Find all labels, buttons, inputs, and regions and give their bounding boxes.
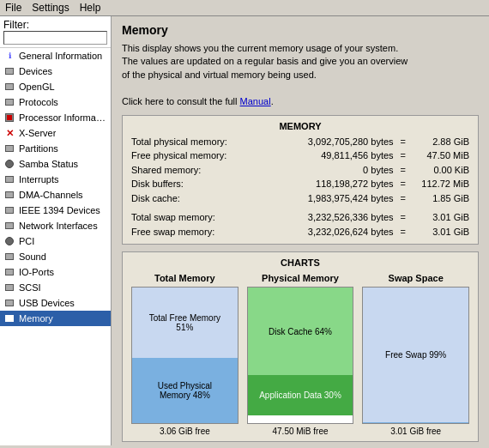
x-server-icon: ✕ [3, 127, 15, 139]
sidebar-item-label: USB Devices [19, 298, 75, 308]
chart-swap-space: Swap Space Free Swap 99% 3.01 GiB free [362, 273, 469, 436]
total-memory-bar: Total Free Memory51% Used PhysicalMemory… [131, 287, 238, 424]
processor-icon [3, 112, 15, 124]
mem-bytes: 3,232,526,336 bytes [215, 210, 397, 225]
sidebar-item-memory[interactable]: Memory [0, 311, 111, 326]
opengl-icon [3, 81, 15, 93]
mem-label: Disk buffers: [131, 177, 184, 191]
description-text: This display shows you the current memor… [122, 42, 479, 108]
pci-icon [3, 235, 15, 247]
charts-row: Total Memory Total Free Memory51% Used P… [131, 273, 469, 436]
memory-row: Free swap memory: 3,232,026,624 bytes = … [131, 225, 469, 239]
physical-memory-footer: 47.50 MiB free [272, 427, 328, 436]
sidebar-item-label: IEEE 1394 Devices [19, 205, 100, 215]
sidebar-item-label: Sound [19, 251, 46, 262]
sidebar-item-processor-info[interactable]: Processor Informati… [0, 110, 111, 125]
mem-human: 3.01 GiB [409, 210, 469, 225]
total-memory-footer: 3.06 GiB free [160, 427, 210, 436]
memory-row: Total swap memory: 3,232,526,336 bytes =… [131, 210, 469, 225]
mem-human: 1.85 GiB [409, 191, 469, 206]
physical-memory-bar: Disk Cache 64% Application Data 30% [247, 287, 354, 424]
menu-settings[interactable]: Settings [32, 2, 69, 14]
sidebar-item-opengl[interactable]: OpenGL [0, 79, 111, 94]
filter-bar: Filter: [0, 16, 111, 48]
sidebar-item-ieee1394[interactable]: IEEE 1394 Devices [0, 203, 111, 218]
filter-input[interactable] [3, 31, 107, 45]
memory-row: Total physical memory: 3,092,705,280 byt… [131, 135, 469, 149]
sidebar-item-label: Samba Status [19, 159, 78, 169]
mem-eq: = [397, 177, 409, 191]
total-free-segment: Total Free Memory51% [132, 288, 238, 357]
mem-human: 47.50 MiB [409, 148, 469, 163]
menu-bar: File Settings Help [0, 0, 489, 16]
sidebar-item-interrupts[interactable]: Interrupts [0, 172, 111, 187]
mem-eq: = [397, 191, 409, 206]
network-icon [3, 220, 15, 232]
disk-cache-segment: Disk Cache 64% [248, 288, 353, 374]
sidebar-item-dma-channels[interactable]: DMA-Channels [0, 187, 111, 203]
memory-row: Disk buffers: 118,198,272 bytes = 112.72… [131, 177, 469, 191]
sidebar-item-protocols[interactable]: Protocols [0, 94, 111, 110]
protocols-icon [3, 96, 15, 108]
memory-row: Disk cache: 1,983,975,424 bytes = 1.85 G… [131, 191, 469, 206]
sidebar-item-label: Partitions [19, 143, 58, 154]
sidebar-item-network-interfaces[interactable]: Network Interfaces [0, 218, 111, 233]
mem-eq: = [397, 163, 409, 178]
menu-help[interactable]: Help [80, 2, 101, 14]
mem-human: 3.01 GiB [409, 225, 469, 239]
sidebar-item-scsi[interactable]: SCSI [0, 280, 111, 295]
chart-total-memory: Total Memory Total Free Memory51% Used P… [131, 273, 238, 436]
sidebar-item-io-ports[interactable]: IO-Ports [0, 264, 111, 280]
sidebar-item-sound[interactable]: Sound [0, 249, 111, 264]
sidebar-item-label: General Information [19, 51, 102, 61]
charts-section: CHARTS Total Memory Total Free Memory51%… [122, 251, 479, 442]
mem-human: 0.00 KiB [409, 163, 469, 178]
sidebar-item-partitions[interactable]: Partitions [0, 141, 111, 156]
sidebar-item-usb-devices[interactable]: USB Devices [0, 295, 111, 311]
mem-eq: = [397, 210, 409, 225]
sidebar-item-label: Devices [19, 66, 52, 76]
sidebar-item-samba-status[interactable]: Samba Status [0, 156, 111, 172]
sidebar-item-devices[interactable]: Devices [0, 64, 111, 79]
interrupts-icon [3, 173, 15, 185]
general-info-icon: ℹ [3, 50, 15, 62]
sidebar-item-label: X-Server [19, 128, 56, 138]
chart-physical-memory: Physical Memory Disk Cache 64% Applicati… [247, 273, 354, 436]
sidebar-item-label: DMA-Channels [19, 190, 83, 200]
used-swap-segment [363, 422, 468, 424]
devices-icon [3, 65, 15, 77]
swap-space-title: Swap Space [389, 273, 444, 283]
memory-table: MEMORY Total physical memory: 3,092,705,… [122, 115, 479, 245]
mem-label: Shared memory: [131, 163, 201, 178]
mem-human: 112.72 MiB [409, 177, 469, 191]
memory-icon [3, 312, 15, 324]
page-title: Memory [122, 23, 479, 37]
sidebar-item-label: PCI [19, 236, 34, 246]
menu-file[interactable]: File [5, 2, 21, 14]
sidebar-item-label: Protocols [19, 97, 58, 107]
sidebar-item-label: SCSI [19, 282, 41, 293]
mem-bytes: 3,092,705,280 bytes [227, 135, 397, 149]
partitions-icon [3, 142, 15, 154]
mem-label: Total swap memory: [131, 210, 215, 225]
memory-header: MEMORY [131, 121, 469, 131]
mem-eq: = [397, 135, 409, 149]
sidebar-item-pci[interactable]: PCI [0, 233, 111, 249]
mem-eq: = [397, 148, 409, 163]
mem-eq: = [397, 225, 409, 239]
charts-header: CHARTS [131, 257, 469, 268]
sidebar-item-x-server[interactable]: ✕ X-Server [0, 125, 111, 141]
content-panel: Memory This display shows you the curren… [112, 16, 489, 445]
sidebar-item-general-info[interactable]: ℹ General Information [0, 48, 111, 64]
ieee1394-icon [3, 204, 15, 216]
main-container: Filter: ℹ General Information Devices Op… [0, 16, 489, 445]
memory-row: Shared memory: 0 bytes = 0.00 KiB [131, 163, 469, 178]
samba-icon [3, 158, 15, 170]
free-phys-segment [248, 415, 353, 423]
sidebar: Filter: ℹ General Information Devices Op… [0, 16, 112, 445]
io-ports-icon [3, 266, 15, 278]
mem-label: Free physical memory: [131, 148, 226, 163]
total-memory-title: Total Memory [154, 273, 215, 283]
manual-link[interactable]: Manual [240, 96, 271, 106]
physical-memory-title: Physical Memory [262, 273, 339, 283]
